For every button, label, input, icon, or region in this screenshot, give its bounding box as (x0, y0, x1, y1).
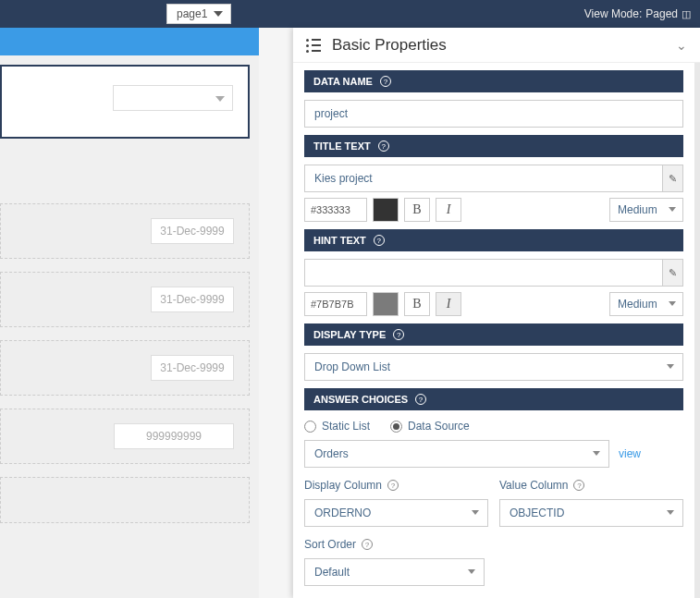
title-color-swatch[interactable] (373, 198, 399, 222)
ghost-field[interactable] (0, 477, 250, 523)
view-mode[interactable]: View Mode: Paged ◫ (584, 7, 691, 20)
section-label: HINT TEXT (313, 235, 366, 246)
answer-choice-mode: Static List Data Source (304, 420, 683, 433)
help-icon[interactable]: ? (374, 235, 385, 246)
value-column-select[interactable]: OBJECTID (499, 499, 683, 527)
hint-color-swatch[interactable] (373, 292, 399, 316)
value-column-label: Value Column ? (499, 479, 683, 492)
radio-static-list[interactable]: Static List (304, 420, 370, 433)
section-data-name: DATA NAME ? (304, 70, 683, 92)
data-name-input[interactable] (304, 100, 683, 128)
page-select[interactable]: page1 (166, 4, 231, 24)
page-header-band (0, 28, 259, 55)
selected-dropdown-field[interactable] (0, 65, 250, 139)
page-select-wrap: page1 (166, 4, 231, 24)
hint-color-input[interactable] (304, 292, 367, 316)
hint-size-select[interactable]: Medium (609, 292, 683, 316)
pencil-icon[interactable]: ✎ (662, 260, 682, 286)
help-icon[interactable]: ? (378, 140, 389, 152)
section-hint-text: HINT TEXT ? (304, 229, 683, 251)
sort-order-label: Sort Order ? (304, 538, 683, 551)
ghost-date-input[interactable]: 31-Dec-9999 (151, 355, 234, 381)
help-icon[interactable]: ? (362, 539, 373, 550)
sort-order-select[interactable]: Default (304, 558, 485, 586)
panel-title: Basic Properties (332, 36, 676, 55)
display-column-label: Display Column ? (304, 479, 488, 492)
ghost-date-input[interactable]: 31-Dec-9999 (151, 218, 234, 244)
title-color-input[interactable] (304, 198, 367, 222)
properties-panel: Basic Properties ⌄ DATA NAME ? TITLE TEX… (293, 28, 700, 598)
title-text-input[interactable] (304, 165, 683, 192)
chevron-down-icon[interactable]: ⌄ (676, 38, 687, 53)
ghost-number-field[interactable]: 999999999 (0, 409, 250, 464)
section-label: ANSWER CHOICES (313, 394, 408, 405)
ghost-date-field-1[interactable]: 31-Dec-9999 (0, 203, 250, 259)
bold-button[interactable]: B (404, 198, 430, 222)
title-style-row: B I Medium (304, 198, 683, 222)
section-label: DISPLAY TYPE (313, 329, 386, 340)
ghost-date-input[interactable]: 31-Dec-9999 (151, 287, 234, 312)
section-label: TITLE TEXT (313, 140, 371, 152)
view-link[interactable]: view (619, 447, 641, 460)
section-label: DATA NAME (313, 76, 373, 87)
section-answer-choices: ANSWER CHOICES ? (304, 388, 683, 410)
section-display-type: DISPLAY TYPE ? (304, 323, 683, 346)
italic-button[interactable]: I (436, 198, 461, 222)
radio-text: Data Source (408, 420, 470, 433)
radio-icon (304, 421, 316, 433)
data-source-select[interactable]: Orders (304, 440, 609, 468)
top-bar: page1 View Mode: Paged ◫ (0, 0, 700, 28)
radio-text: Static List (322, 420, 370, 433)
form-preview-area: 31-Dec-9999 31-Dec-9999 31-Dec-9999 9999… (0, 28, 259, 598)
panel-body: DATA NAME ? TITLE TEXT ? ✎ B I Medium HI… (293, 63, 700, 598)
display-column-select[interactable]: ORDERNO (304, 499, 488, 527)
view-mode-label: View Mode: (584, 7, 642, 20)
help-icon[interactable]: ? (387, 480, 399, 491)
title-size-select[interactable]: Medium (609, 198, 683, 222)
panel-header[interactable]: Basic Properties ⌄ (293, 28, 700, 63)
hint-style-row: B I Medium (304, 292, 683, 316)
view-mode-value: Paged (645, 7, 678, 20)
bold-button[interactable]: B (404, 292, 430, 316)
hint-text-input[interactable] (304, 259, 683, 287)
help-icon[interactable]: ? (380, 76, 391, 87)
help-icon[interactable]: ? (393, 329, 404, 340)
section-title-text: TITLE TEXT ? (304, 135, 683, 157)
ghost-number-input[interactable]: 999999999 (114, 423, 234, 449)
help-icon[interactable]: ? (573, 480, 584, 491)
pencil-icon[interactable]: ✎ (662, 165, 682, 191)
dropdown-input[interactable] (113, 85, 233, 111)
list-icon (306, 39, 321, 52)
paged-icon: ◫ (682, 8, 691, 20)
radio-icon (390, 421, 402, 433)
ghost-date-field-3[interactable]: 31-Dec-9999 (0, 340, 250, 396)
radio-data-source[interactable]: Data Source (390, 420, 470, 433)
display-type-select[interactable]: Drop Down List (304, 353, 683, 381)
help-icon[interactable]: ? (415, 394, 426, 405)
italic-button[interactable]: I (436, 292, 461, 316)
ghost-date-field-2[interactable]: 31-Dec-9999 (0, 272, 250, 327)
